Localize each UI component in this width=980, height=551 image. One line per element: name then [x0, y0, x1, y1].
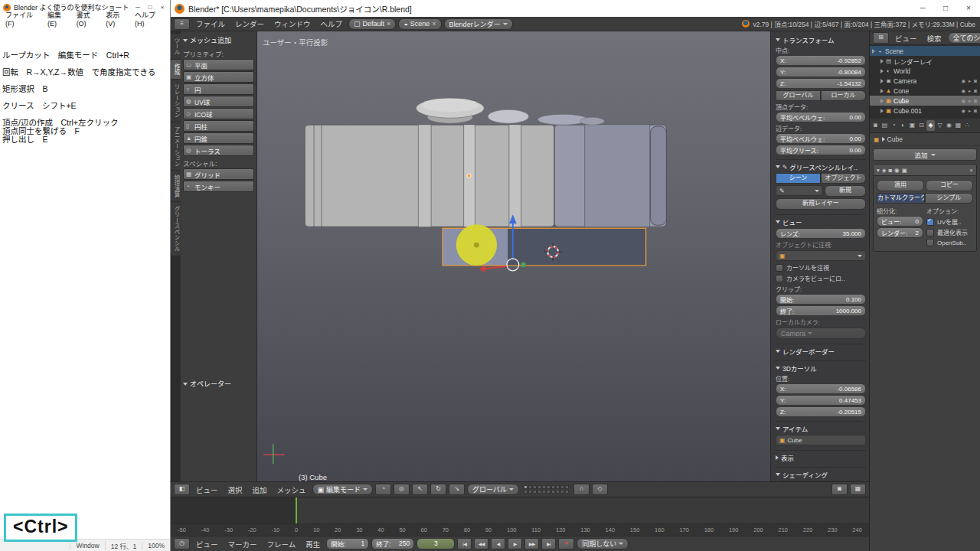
modifier-option-checkbox[interactable]: UVを展..: [926, 217, 973, 226]
outliner-row[interactable]: ▣ Cube.001 ◉ ▸ ◙: [870, 106, 980, 116]
blender-titlebar[interactable]: Blender* [C:\Users\mamepika\Documents\ジョ…: [171, 0, 980, 17]
modifier-header-icon[interactable]: ▣: [902, 167, 907, 174]
apply-button[interactable]: 適用: [877, 180, 924, 191]
add-primitive-button[interactable]: ○ 円: [183, 83, 254, 95]
properties-tab[interactable]: ◙: [871, 120, 880, 131]
modifier-header-icon[interactable]: ◉: [894, 167, 900, 174]
properties-tab[interactable]: ⊡: [917, 120, 926, 131]
toolshelf-tab[interactable]: グリースペンシル: [171, 202, 181, 256]
new-layer-button[interactable]: 新規レイヤー: [776, 198, 866, 210]
visibility-toggle-icons[interactable]: ◉ ▸ ◙: [962, 108, 978, 114]
modifier-header-icon[interactable]: ◈: [882, 167, 887, 174]
modifier-option-checkbox[interactable]: 最適化表示: [926, 228, 973, 236]
render-engine-selector[interactable]: Blenderレンダー: [444, 18, 513, 30]
properties-tab[interactable]: ◔: [890, 120, 898, 131]
transform-orientation-selector[interactable]: グローバル: [467, 484, 519, 495]
snap-element-selector[interactable]: ◇: [592, 484, 608, 495]
viewport-shading-selector[interactable]: ◔: [375, 484, 391, 495]
add-primitive-button[interactable]: ▣ 立方体: [183, 71, 254, 83]
add-primitive-button[interactable]: ▲ 円錐: [183, 132, 254, 144]
info-menu-item[interactable]: レンダー: [231, 18, 268, 29]
viewport-menu-item[interactable]: 追加: [249, 484, 271, 495]
playback-button[interactable]: |◀: [457, 538, 472, 549]
window-control-button[interactable]: ─: [911, 0, 934, 17]
3d-cursor-panel-header[interactable]: 3Dカーソル: [776, 364, 866, 373]
lock-camera-to-view-checkbox[interactable]: カメラをビューにロ..: [776, 274, 866, 282]
modifier-header-icon[interactable]: ▾: [877, 167, 880, 174]
info-menu-item[interactable]: ファイル: [192, 18, 229, 29]
gpencil-source-tab[interactable]: シーン: [776, 173, 821, 184]
expand-icon[interactable]: [880, 59, 884, 64]
number-field[interactable]: Y:0.47453: [776, 395, 866, 406]
operator-panel-header[interactable]: オペレーター: [183, 379, 254, 389]
modifier-header-icon[interactable]: ×: [970, 167, 973, 174]
gpencil-source-tab[interactable]: オブジェクト: [821, 173, 866, 184]
playback-button[interactable]: ▶|: [541, 538, 556, 549]
local-camera-selector[interactable]: Camera: [776, 328, 866, 339]
editor-type-icon[interactable]: ◧: [174, 484, 190, 495]
add-primitive-button[interactable]: ◎ トーラス: [183, 145, 254, 156]
outliner-menu-item[interactable]: ビュー: [891, 33, 921, 44]
number-field[interactable]: レンダー:2: [877, 227, 923, 238]
number-field[interactable]: 平均クリース:0.00: [776, 145, 866, 155]
timeline-menu-item[interactable]: 再生: [302, 539, 324, 549]
properties-tab[interactable]: ▤: [880, 120, 889, 131]
toolshelf-tab[interactable]: アニメーション: [171, 122, 181, 171]
visibility-toggle-icons[interactable]: ◉ ▸ ◙: [962, 78, 978, 84]
editor-type-icon[interactable]: ⊞: [873, 32, 889, 44]
object-name-field[interactable]: ▣Cube: [776, 435, 866, 445]
screen-layout-selector[interactable]: ▢ Default ×: [348, 18, 396, 30]
toolshelf-tab[interactable]: リレーション: [171, 80, 181, 122]
space-button[interactable]: グローバル: [776, 90, 821, 101]
modifier-option-checkbox[interactable]: OpenSub..: [926, 239, 973, 246]
shading-panel-header[interactable]: シェーディング: [776, 470, 866, 479]
outliner-row[interactable]: ▲ Cone ◉ ▸ ◙: [870, 86, 980, 96]
outliner-filter-selector[interactable]: 全てのシ: [948, 32, 980, 44]
shading-mode-selector[interactable]: マルチテクスチャ: [776, 481, 866, 481]
frame-start-field[interactable]: 開始:1: [326, 538, 369, 549]
item-panel-header[interactable]: アイテム: [776, 424, 866, 433]
record-button[interactable]: ●: [558, 538, 574, 549]
number-field[interactable]: Z:-0.20515: [776, 406, 866, 417]
outliner-row[interactable]: ▤ レンダーレイ ◉ ▸ ◙: [870, 56, 980, 66]
playback-button[interactable]: ▶: [508, 538, 522, 549]
number-field[interactable]: 平均ベベルウェ:0.00: [776, 133, 866, 144]
modifier-header-icon[interactable]: ◙: [889, 167, 893, 174]
timeline-ruler[interactable]: -50-40-30-20-100102030405060708090100110…: [171, 523, 869, 536]
timeline[interactable]: -50-40-30-20-100102030405060708090100110…: [171, 497, 869, 536]
manipulator-toggle-icon[interactable]: ↖: [412, 484, 428, 495]
frame-end-field[interactable]: 終了:250: [371, 538, 414, 549]
mode-selector[interactable]: ▣ 編集モード: [312, 484, 374, 495]
window-control-button[interactable]: ×: [957, 0, 980, 17]
current-frame-field[interactable]: 3: [416, 538, 455, 549]
toolshelf-tab[interactable]: ツール: [171, 34, 181, 59]
gpencil-new-button[interactable]: 新規: [825, 185, 866, 197]
timeline-menu-item[interactable]: マーカー: [224, 539, 261, 549]
add-primitive-button[interactable]: ▦ グリッド: [183, 168, 254, 180]
gpencil-data-selector[interactable]: ✎: [776, 185, 823, 196]
timeline-menu-item[interactable]: フレーム: [263, 539, 300, 549]
number-field[interactable]: 終了:1000.000: [776, 305, 866, 316]
manipulator-toggle-icon[interactable]: ↘: [449, 484, 465, 495]
viewport-menu-item[interactable]: ビュー: [192, 484, 222, 495]
scene-selector[interactable]: ◒ Scene ×: [398, 18, 441, 30]
close-icon[interactable]: ×: [432, 20, 436, 28]
notepad-text-area[interactable]: ループカット 編集モード Ctrl+R回転 R→X,Y,Z→数値 で角度指定でき…: [0, 24, 170, 539]
outliner-row[interactable]: ◙ Camera ◉ ▸ ◙: [870, 76, 980, 86]
window-control-button[interactable]: □: [934, 0, 957, 17]
transform-panel-header[interactable]: トランスフォーム: [776, 35, 866, 44]
add-primitive-button[interactable]: ▭ 平面: [183, 59, 254, 70]
lock-object-selector[interactable]: ▣: [776, 250, 866, 261]
playback-button[interactable]: ◀: [491, 538, 505, 549]
add-primitive-button[interactable]: ◇ ICO球: [183, 108, 254, 119]
outliner-row[interactable]: ◒ Scene ◉ ▸ ◙: [870, 46, 980, 56]
properties-tab[interactable]: ◐: [899, 120, 907, 131]
display-panel-header[interactable]: 表示: [776, 453, 866, 462]
info-menu-item[interactable]: ヘルプ: [317, 18, 347, 29]
copy-button[interactable]: コピー: [926, 180, 973, 191]
outliner-row[interactable]: ▣ Cube ◉ ▸ ◙: [870, 96, 980, 106]
subdivision-type-button[interactable]: シンプル: [925, 193, 973, 204]
expand-icon[interactable]: [880, 99, 884, 103]
toolshelf-tab[interactable]: 物理演算: [171, 171, 181, 201]
render-border-panel-header[interactable]: レンダーボーダー: [776, 347, 866, 356]
